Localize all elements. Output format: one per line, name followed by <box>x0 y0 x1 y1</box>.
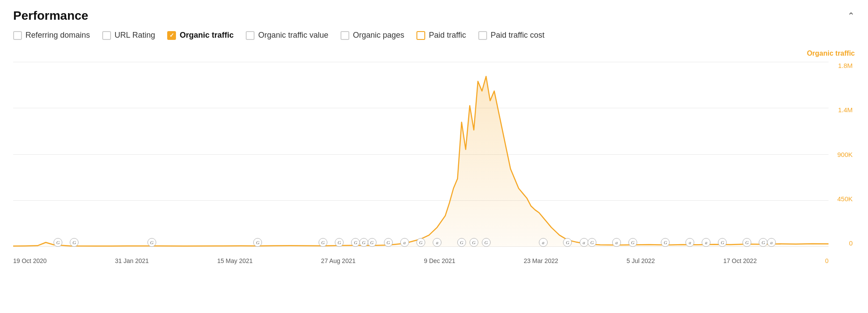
google-event-icon[interactable]: G <box>351 238 360 247</box>
google-event-icon[interactable]: G <box>416 238 425 247</box>
chart-area: Organic traffic 1.8M 1.4M 900K 450K 0 <box>13 50 855 264</box>
checkbox-url-rating[interactable] <box>102 31 111 40</box>
google-event-icon[interactable]: G <box>335 238 344 247</box>
filter-organic-traffic-value[interactable]: Organic traffic value <box>246 31 328 40</box>
google-event-icon[interactable]: G <box>54 238 62 247</box>
y-label-4: 450K <box>837 195 855 203</box>
algorithm-event-icon[interactable]: a <box>685 238 694 247</box>
header-row: Performance ⌃ <box>13 9 855 23</box>
filter-label-organic-pages: Organic pages <box>353 31 404 40</box>
event-icons-row: GGGGGGGGGGaGaGGGaGaGaGGaaGGGa <box>13 238 829 248</box>
filter-label-organic-traffic-value: Organic traffic value <box>258 31 328 40</box>
x-label-5: 23 Mar 2022 <box>524 257 558 264</box>
filter-paid-traffic-cost[interactable]: Paid traffic cost <box>478 31 545 40</box>
google-event-icon[interactable]: G <box>319 238 327 247</box>
google-event-icon[interactable]: G <box>661 238 670 247</box>
google-event-icon[interactable]: G <box>588 238 596 247</box>
x-axis-labels: 19 Oct 2020 31 Jan 2021 15 May 2021 27 A… <box>13 249 829 264</box>
filter-label-url-rating: URL Rating <box>115 31 155 40</box>
performance-container: Performance ⌃ Referring domains URL Rati… <box>0 0 868 269</box>
filter-referring-domains[interactable]: Referring domains <box>13 31 90 40</box>
algorithm-event-icon[interactable]: a <box>433 238 441 247</box>
google-event-icon[interactable]: G <box>470 238 478 247</box>
checkbox-organic-pages[interactable] <box>341 31 349 40</box>
checkbox-paid-traffic[interactable] <box>416 31 425 40</box>
checkbox-paid-traffic-cost[interactable] <box>478 31 487 40</box>
filter-url-rating[interactable]: URL Rating <box>102 31 155 40</box>
line-chart-svg <box>13 62 829 247</box>
x-label-6: 5 Jul 2022 <box>627 257 655 264</box>
algorithm-event-icon[interactable]: a <box>702 238 710 247</box>
google-event-icon[interactable]: G <box>359 238 368 247</box>
y-label-5: 0 <box>837 239 855 247</box>
x-label-1: 31 Jan 2021 <box>115 257 149 264</box>
filter-label-referring-domains: Referring domains <box>25 31 90 40</box>
filters-row: Referring domains URL Rating Organic tra… <box>13 31 855 40</box>
google-event-icon[interactable]: G <box>70 238 79 247</box>
checkbox-organic-traffic-value[interactable] <box>246 31 255 40</box>
x-label-0: 19 Oct 2020 <box>13 257 47 264</box>
filter-paid-traffic[interactable]: Paid traffic <box>416 31 466 40</box>
filter-label-paid-traffic-cost: Paid traffic cost <box>491 31 545 40</box>
collapse-button[interactable]: ⌃ <box>847 11 855 21</box>
google-event-icon[interactable]: G <box>368 238 377 247</box>
google-event-icon[interactable]: G <box>742 238 751 247</box>
filter-organic-traffic[interactable]: Organic traffic <box>167 31 233 40</box>
algorithm-event-icon[interactable]: a <box>612 238 621 247</box>
checkbox-organic-traffic[interactable] <box>167 31 176 40</box>
google-event-icon[interactable]: G <box>759 238 768 247</box>
google-event-icon[interactable]: G <box>147 238 156 247</box>
x-label-8: 0 <box>825 257 829 264</box>
google-event-icon[interactable]: G <box>718 238 727 247</box>
algorithm-event-icon[interactable]: a <box>539 238 548 247</box>
x-label-4: 9 Dec 2021 <box>424 257 456 264</box>
google-event-icon[interactable]: G <box>457 238 466 247</box>
filter-label-organic-traffic: Organic traffic <box>179 31 233 40</box>
page-title: Performance <box>13 9 88 23</box>
y-label-2: 1.4M <box>837 106 855 114</box>
google-event-icon[interactable]: G <box>384 238 393 247</box>
x-label-7: 17 Oct 2022 <box>723 257 757 264</box>
x-label-2: 15 May 2021 <box>217 257 253 264</box>
y-label-1: 1.8M <box>837 62 855 69</box>
filter-label-paid-traffic: Paid traffic <box>429 31 466 40</box>
algorithm-event-icon[interactable]: a <box>400 238 409 247</box>
algorithm-event-icon[interactable]: a <box>580 238 588 247</box>
google-event-icon[interactable]: G <box>563 238 572 247</box>
y-label-3: 900K <box>837 151 855 158</box>
google-event-icon[interactable]: G <box>482 238 491 247</box>
google-event-icon[interactable]: G <box>628 238 637 247</box>
checkbox-referring-domains[interactable] <box>13 31 22 40</box>
algorithm-event-icon[interactable]: a <box>767 238 776 247</box>
google-event-icon[interactable]: G <box>253 238 262 247</box>
x-label-3: 27 Aug 2021 <box>321 257 356 264</box>
y-axis-labels: 1.8M 1.4M 900K 450K 0 <box>837 50 855 264</box>
filter-organic-pages[interactable]: Organic pages <box>341 31 404 40</box>
